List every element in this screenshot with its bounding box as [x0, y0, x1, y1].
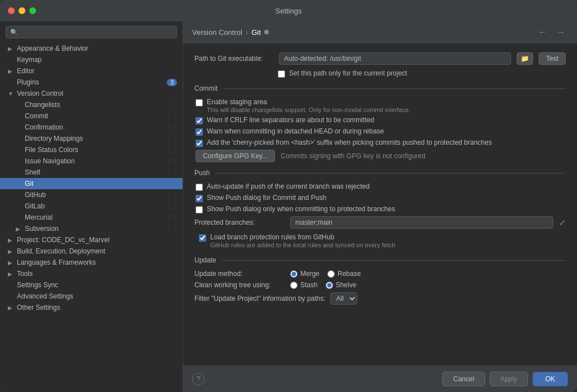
sidebar: 🔍 ▶Appearance & BehaviorKeymap▶EditorPlu… [0, 21, 183, 392]
sidebar-item-project-code[interactable]: ▶Project: CODE_DC_vc_Marvel [0, 234, 183, 246]
folder-button[interactable]: 📁 [517, 52, 533, 65]
window-controls [8, 7, 36, 14]
commit-label-cherry-pick: Add the 'cherry-picked from <hash>' suff… [207, 139, 492, 146]
expand-button[interactable]: ⤢ [559, 218, 566, 227]
maximize-button[interactable] [29, 7, 36, 14]
sidebar-item-build-execution[interactable]: ▶Build, Execution, Deployment [0, 246, 183, 257]
search-input[interactable] [21, 28, 172, 36]
clean-tree-radio-stash[interactable] [290, 282, 298, 289]
sidebar-label-tools: Tools [17, 270, 177, 278]
sidebar-item-settings-sync[interactable]: Settings Sync [0, 279, 183, 291]
test-button[interactable]: Test [539, 52, 566, 65]
cancel-button[interactable]: Cancel [442, 372, 485, 386]
ok-button[interactable]: OK [532, 372, 568, 386]
commit-checkbox-detached[interactable] [196, 128, 203, 136]
content-panel: Version Control › Git ← → Path to Git ex… [183, 21, 577, 392]
sidebar-label-gitlab: GitLab [25, 202, 177, 210]
commit-checkbox-staging[interactable] [196, 99, 203, 106]
action-buttons: Cancel Apply OK [442, 372, 568, 386]
drag-handle-commit: ⋮⋮ [167, 113, 178, 119]
update-method-radio-merge[interactable] [290, 270, 298, 278]
gpg-button[interactable]: Configure GPG Key... [196, 150, 275, 162]
commit-option-row-detached: Warn when committing in detached HEAD or… [194, 127, 566, 136]
clean-tree-radio-shelve[interactable] [326, 282, 333, 289]
filter-select[interactable]: All [330, 292, 357, 305]
sidebar-item-plugins[interactable]: Plugins3 [0, 77, 183, 88]
sidebar-item-editor[interactable]: ▶Editor [0, 65, 183, 77]
help-button[interactable]: ? [192, 373, 205, 385]
protected-input[interactable] [290, 216, 553, 229]
sidebar-item-other-settings[interactable]: ▶Other Settings [0, 302, 183, 313]
search-bar: 🔍 [0, 21, 183, 43]
sidebar-item-advanced-settings[interactable]: Advanced Settings [0, 291, 183, 302]
search-wrap[interactable]: 🔍 [6, 26, 177, 38]
sidebar-item-github[interactable]: GitHub⋮⋮ [0, 189, 183, 201]
sidebar-label-confirmation: Confirmation [25, 123, 177, 131]
sidebar-item-shelf[interactable]: Shelf⋮⋮ [0, 167, 183, 178]
sidebar-nav: ▶Appearance & BehaviorKeymap▶EditorPlugi… [0, 43, 183, 392]
sidebar-label-settings-sync: Settings Sync [17, 281, 177, 289]
filter-row: Filter "Update Project" information by p… [194, 292, 566, 305]
sidebar-item-appearance-behavior[interactable]: ▶Appearance & Behavior [0, 43, 183, 54]
chevron-icon-tools: ▶ [8, 271, 15, 277]
sidebar-label-github: GitHub [25, 191, 177, 199]
chevron-icon-subversion: ▶ [16, 226, 23, 232]
commit-label-staging: Enable staging area [207, 98, 267, 106]
sidebar-label-appearance-behavior: Appearance & Behavior [17, 44, 177, 52]
clean-tree-label-stash: Stash [300, 281, 318, 289]
breadcrumb-dot [264, 30, 269, 34]
push-checkbox-auto-update[interactable] [196, 184, 203, 191]
update-divider-line [222, 260, 566, 261]
clean-tree-shelve: Shelve [326, 281, 357, 289]
sidebar-item-subversion[interactable]: ▶Subversion⋮⋮ [0, 223, 183, 234]
commit-option-row-staging: Enable staging areaThis will disable cha… [194, 98, 566, 113]
sidebar-label-build-execution: Build, Execution, Deployment [17, 247, 177, 255]
commit-option-row-cherry-pick: Add the 'cherry-picked from <hash>' suff… [194, 139, 566, 147]
update-method-radio-group: MergeRebase [290, 270, 361, 278]
sidebar-item-version-control[interactable]: ▼Version Control [0, 88, 183, 99]
sidebar-item-commit[interactable]: Commit⋮⋮ [0, 110, 183, 122]
apply-button[interactable]: Apply [490, 372, 528, 386]
sidebar-item-gitlab[interactable]: GitLab⋮⋮ [0, 201, 183, 212]
drag-handle-git: ⋮⋮ [167, 181, 178, 187]
push-label-show-push-dialog: Show Push dialog for Commit and Push [207, 194, 326, 202]
update-method-label-merge: Merge [300, 270, 319, 278]
load-protection-checkbox[interactable] [199, 234, 206, 242]
commit-divider-line [223, 88, 566, 89]
commit-checkbox-cherry-pick[interactable] [196, 140, 203, 147]
nav-back-button[interactable]: ← [535, 26, 550, 38]
sidebar-item-mercurial[interactable]: Mercurial⋮⋮ [0, 212, 183, 223]
push-checkbox-show-push-dialog[interactable] [196, 195, 203, 202]
sidebar-label-changelists: Changelists [25, 101, 177, 109]
path-project-checkbox[interactable] [278, 70, 285, 78]
sidebar-item-git[interactable]: Git⋮⋮ [0, 178, 183, 189]
commit-checkbox-crlf[interactable] [196, 117, 203, 124]
close-button[interactable] [8, 7, 15, 14]
sidebar-item-tools[interactable]: ▶Tools [0, 268, 183, 279]
clean-tree-stash: Stash [290, 281, 318, 289]
sidebar-item-languages-frameworks[interactable]: ▶Languages & Frameworks [0, 257, 183, 268]
push-checkbox-push-protected[interactable] [196, 206, 203, 213]
sidebar-item-keymap[interactable]: Keymap [0, 54, 183, 65]
chevron-icon-other-settings: ▶ [8, 305, 15, 311]
breadcrumb-current: Git [251, 28, 261, 37]
sidebar-item-changelists[interactable]: Changelists⋮⋮ [0, 99, 183, 110]
sidebar-item-confirmation[interactable]: Confirmation⋮⋮ [0, 122, 183, 133]
gpg-status: Commits signing with GPG key is not conf… [281, 152, 425, 160]
sidebar-item-issue-navigation[interactable]: Issue Navigation⋮⋮ [0, 155, 183, 167]
load-protection-row: Load branch protection rules from GitHub… [194, 233, 566, 248]
path-input[interactable] [279, 52, 511, 65]
sidebar-label-project-code: Project: CODE_DC_vc_Marvel [17, 236, 177, 244]
title-bar: Settings [0, 0, 577, 21]
sidebar-item-file-status-colors[interactable]: File Status Colors⋮⋮ [0, 144, 183, 155]
clean-tree-row: Clean working tree using: StashShelve [194, 281, 566, 289]
update-method-label-rebase: Rebase [338, 270, 361, 278]
update-section-title: Update [194, 256, 216, 264]
sidebar-item-directory-mappings[interactable]: Directory Mappings⋮⋮ [0, 133, 183, 144]
nav-forward-button[interactable]: → [553, 26, 568, 38]
update-method-radio-rebase[interactable] [327, 270, 335, 278]
minimize-button[interactable] [19, 7, 25, 14]
filter-label: Filter "Update Project" information by p… [194, 295, 326, 302]
drag-handle-gitlab: ⋮⋮ [167, 203, 178, 210]
badge-plugins: 3 [167, 79, 177, 86]
